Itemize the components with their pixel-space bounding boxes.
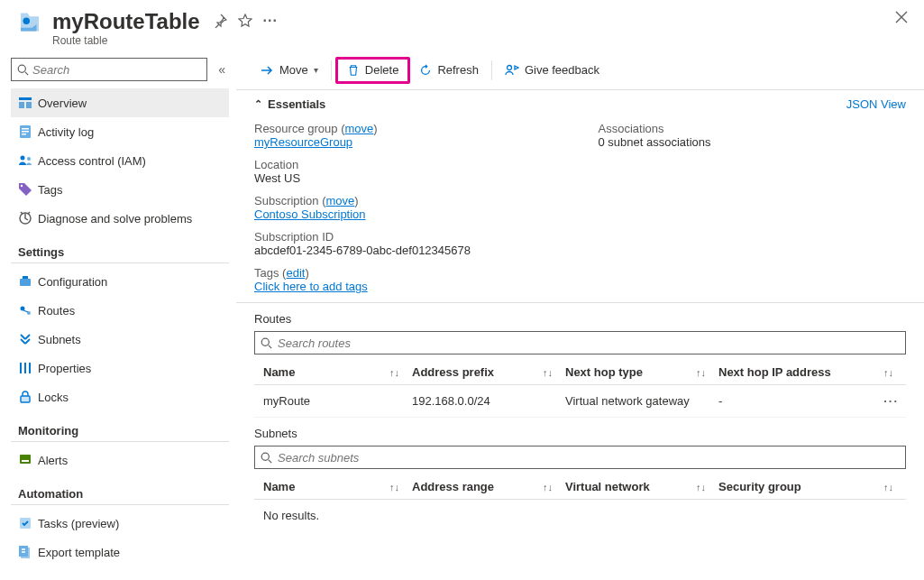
nav-item-alerts[interactable]: Alerts — [11, 446, 229, 474]
nav-item-properties[interactable]: Properties — [11, 354, 229, 382]
essentials-loc-value: West US — [254, 171, 563, 185]
tags-icon — [18, 182, 38, 197]
nav-item-tasks-preview-[interactable]: Tasks (preview) — [11, 509, 229, 538]
delete-label: Delete — [365, 63, 399, 77]
blade-header: myRouteTable Route table ··· — [0, 0, 924, 51]
sidebar: « OverviewActivity logAccess control (IA… — [0, 51, 236, 580]
svg-point-11 — [21, 185, 23, 187]
nav-item-label: Configuration — [38, 275, 107, 289]
routes-icon — [18, 303, 38, 318]
table-row[interactable]: myRoute192.168.0.0/24Virtual network gat… — [254, 385, 906, 418]
subnets-search[interactable] — [254, 446, 906, 469]
nav-group-monitoring: Monitoring — [11, 411, 229, 442]
nav-item-tags[interactable]: Tags — [11, 175, 229, 204]
rg-move-link[interactable]: move — [344, 122, 373, 135]
svg-rect-7 — [22, 131, 29, 133]
routes-search-input[interactable] — [278, 336, 900, 350]
svg-rect-20 — [21, 396, 30, 402]
nav-item-access-control-iam-[interactable]: Access control (IAM) — [11, 146, 229, 175]
essentials-rg-label: Resource group — [254, 122, 338, 135]
feedback-button[interactable]: Give feedback — [496, 57, 608, 84]
sort-icon[interactable]: ↑↓ — [883, 367, 906, 378]
pin-icon[interactable] — [213, 14, 227, 28]
essentials-tags-label: Tags — [254, 266, 279, 280]
svg-rect-22 — [22, 460, 29, 462]
nav-item-label: Access control (IAM) — [38, 154, 146, 168]
nav-item-diagnose-and-solve-problems[interactable]: Diagnose and solve problems — [11, 204, 229, 233]
page-subtitle: Route table — [52, 34, 200, 47]
sub-move-link[interactable]: move — [326, 194, 355, 207]
nav-item-label: Alerts — [38, 454, 68, 467]
essentials-loc-label: Location — [254, 158, 563, 171]
subnets-col-vnet: Virtual network — [565, 480, 650, 493]
close-icon[interactable] — [895, 11, 908, 23]
diagnose-icon — [18, 211, 38, 226]
routes-section: Routes Name↑↓ Address prefix↑↓ Next hop … — [236, 303, 924, 418]
route-hopip: - — [718, 394, 722, 408]
rg-value-link[interactable]: myResourceGroup — [254, 135, 352, 149]
move-button[interactable]: Move ▾ — [251, 57, 327, 84]
search-icon — [261, 452, 272, 464]
json-view-link[interactable]: JSON View — [846, 97, 906, 111]
main-content: Move ▾ Delete Refresh — [236, 51, 924, 580]
nav-item-locks[interactable]: Locks — [11, 382, 229, 411]
essentials-assoc-label: Associations — [599, 122, 907, 135]
nav-item-label: Overview — [38, 97, 87, 110]
collapse-sidebar-icon[interactable]: « — [215, 60, 229, 78]
nav-item-configuration[interactable]: Configuration — [11, 267, 229, 296]
sort-icon[interactable]: ↑↓ — [883, 482, 906, 493]
sort-icon[interactable]: ↑↓ — [389, 482, 412, 493]
sort-icon[interactable]: ↑↓ — [389, 367, 412, 378]
subnets-title: Subnets — [254, 427, 906, 440]
search-icon — [261, 337, 272, 349]
nav-item-export-template[interactable]: Export template — [11, 538, 229, 566]
essentials-panel: Resource group (move) myResourceGroup Lo… — [236, 118, 924, 303]
move-icon — [260, 63, 274, 78]
favorite-star-icon[interactable] — [238, 14, 252, 28]
sidebar-search-input[interactable] — [32, 63, 201, 77]
subnets-search-input[interactable] — [278, 451, 900, 465]
routes-search[interactable] — [254, 331, 906, 354]
sort-icon[interactable]: ↑↓ — [543, 367, 565, 378]
nav-item-label: Activity log — [38, 125, 94, 139]
delete-icon — [347, 64, 360, 77]
nav-item-routes[interactable]: Routes — [11, 296, 229, 325]
essentials-sub-label: Subscription — [254, 194, 319, 207]
route-prefix: 192.168.0.0/24 — [412, 394, 490, 408]
refresh-icon — [419, 64, 432, 77]
locks-icon — [18, 390, 38, 404]
sort-icon[interactable]: ↑↓ — [696, 482, 718, 493]
svg-point-10 — [27, 157, 31, 161]
svg-rect-6 — [22, 128, 29, 130]
nav-item-overview[interactable]: Overview — [11, 88, 229, 117]
sort-icon[interactable]: ↑↓ — [543, 482, 565, 493]
sub-value-link[interactable]: Contoso Subscription — [254, 207, 366, 221]
more-icon[interactable]: ··· — [263, 13, 278, 29]
svg-rect-17 — [20, 363, 22, 373]
tags-edit-link[interactable]: edit — [286, 266, 305, 280]
sort-icon[interactable]: ↑↓ — [696, 367, 718, 378]
sidebar-search[interactable] — [11, 58, 207, 81]
page-title: myRouteTable — [52, 9, 200, 34]
essentials-assoc-value: 0 subnet associations — [599, 135, 907, 149]
delete-button[interactable]: Delete — [335, 57, 411, 84]
essentials-subid-value: abcdef01-2345-6789-0abc-def012345678 — [254, 244, 563, 257]
subnets-col-range: Address range — [412, 480, 494, 493]
svg-rect-2 — [19, 97, 32, 100]
svg-rect-3 — [19, 102, 24, 108]
feedback-label: Give feedback — [525, 63, 599, 77]
nav-item-label: Tasks (preview) — [38, 517, 119, 530]
nav-item-subnets[interactable]: Subnets — [11, 325, 229, 354]
activity-log-icon — [18, 124, 38, 139]
access-control-icon — [18, 153, 38, 168]
tags-add-link[interactable]: Click here to add tags — [254, 280, 368, 293]
nav-item-label: Routes — [38, 304, 75, 318]
nav-item-activity-log[interactable]: Activity log — [11, 117, 229, 146]
svg-point-1 — [18, 65, 25, 72]
refresh-button[interactable]: Refresh — [410, 57, 488, 84]
nav-item-label: Tags — [38, 183, 62, 197]
essentials-toggle[interactable]: ⌃ Essentials — [254, 97, 325, 111]
essentials-label: Essentials — [268, 97, 325, 111]
move-label: Move — [279, 63, 308, 77]
row-more-icon[interactable]: ··· — [883, 394, 906, 408]
